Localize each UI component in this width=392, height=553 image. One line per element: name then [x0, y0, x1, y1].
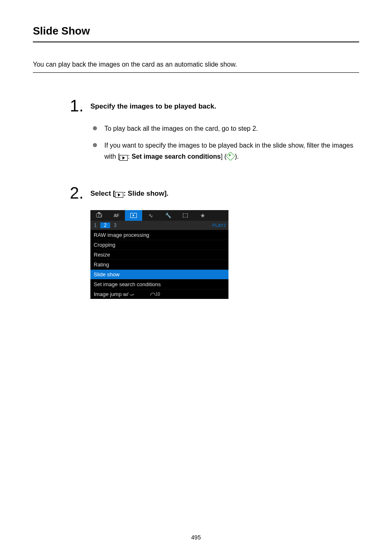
step-number: 2. — [70, 185, 90, 201]
camera-menu-screenshot: AF ∿ 🔧 ★ 1 2 3 PLAY2 RAW image processin… — [90, 210, 228, 299]
menu-top-tabs: AF ∿ 🔧 ★ — [90, 210, 228, 221]
menu-row-rating: Rating — [90, 259, 228, 269]
menu-row-raw: RAW image processing — [90, 230, 228, 240]
page-number: 495 — [0, 534, 392, 541]
play-icon — [120, 155, 128, 161]
dial-icon: ⤻ — [129, 292, 134, 297]
star-icon: ★ — [200, 213, 205, 218]
menu-row-slideshow: Slide show — [90, 269, 228, 279]
tab-playback — [125, 210, 142, 221]
jump-icon: 10 — [150, 292, 160, 296]
subtab-1: 1 — [90, 222, 100, 228]
wifi-icon: ∿ — [148, 213, 153, 218]
tab-custom — [177, 210, 194, 221]
tab-mymenu: ★ — [194, 210, 211, 221]
camera-icon — [96, 213, 102, 217]
tab-wireless: ∿ — [142, 210, 159, 221]
step-1-heading: Specify the images to be played back. — [90, 102, 359, 111]
link-icon — [226, 152, 235, 161]
wrench-icon: 🔧 — [165, 213, 171, 218]
play-icon — [115, 192, 123, 198]
custom-icon — [183, 213, 188, 217]
intro-text: You can play back the images on the card… — [33, 61, 359, 73]
play-icon — [130, 213, 137, 218]
menu-row-search: Set image search conditions — [90, 279, 228, 289]
bullet-1: To play back all the images on the card,… — [93, 123, 359, 134]
tab-af: AF — [108, 210, 125, 221]
subtab-2: 2 — [100, 222, 110, 228]
page-indicator: PLAY2 — [212, 223, 226, 228]
af-icon: AF — [113, 213, 119, 218]
tab-camera — [90, 210, 108, 221]
tab-setup: 🔧 — [159, 210, 177, 221]
menu-row-cropping: Cropping — [90, 240, 228, 250]
step-2: 2. Select [: Slide show]. AF ∿ 🔧 ★ 1 2 3… — [70, 185, 359, 299]
menu-sub-tabs: 1 2 3 PLAY2 — [90, 221, 228, 230]
bullet-2: If you want to specify the images to be … — [93, 140, 359, 162]
menu-row-resize: Resize — [90, 250, 228, 259]
step-1: 1. Specify the images to be played back.… — [70, 97, 359, 168]
subtab-3: 3 — [110, 222, 120, 228]
step-number: 1. — [70, 97, 90, 114]
page-title: Slide Show — [33, 25, 359, 42]
step-2-heading: Select [: Slide show]. — [90, 190, 359, 198]
cross-ref-link[interactable] — [226, 153, 235, 160]
menu-row-jump: Image jump w/⤻ 10 — [90, 289, 228, 299]
